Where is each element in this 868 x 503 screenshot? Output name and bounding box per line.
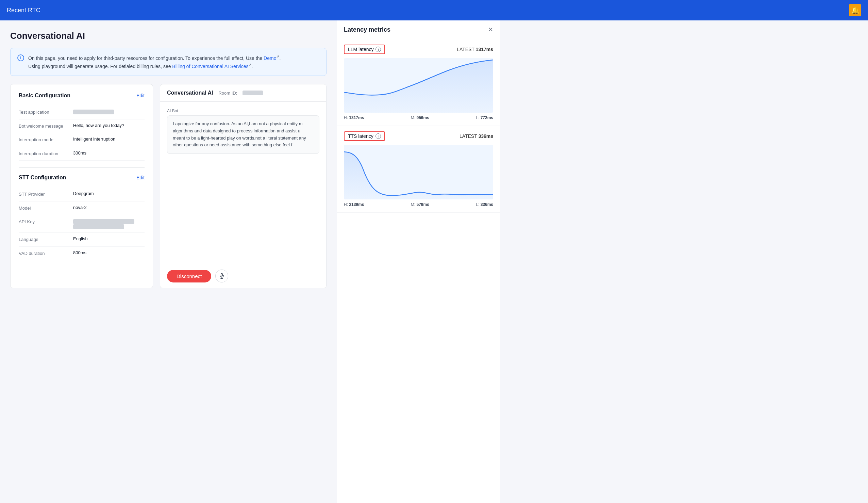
- llm-latest: LATEST 1317ms: [457, 47, 493, 52]
- value-api-key: [73, 219, 145, 229]
- llm-chart: [344, 58, 493, 113]
- llm-m-value: 956ms: [416, 115, 429, 120]
- llm-metric-section: LLM latency i LATEST 1317ms: [337, 39, 500, 126]
- info-icon: i: [17, 54, 24, 61]
- banner-line1-suffix: .: [279, 56, 281, 61]
- llm-chart-stats: H: 1317ms M: 956ms L: 772ms: [344, 115, 493, 120]
- left-panel: Conversational AI i On this page, you ne…: [0, 20, 337, 503]
- page-title: Conversational AI: [10, 31, 327, 41]
- value-welcome: Hello, how are you today?: [73, 123, 145, 130]
- top-nav: Recent RTC 🔔: [0, 0, 868, 20]
- config-row-test-app: Test application: [19, 105, 145, 119]
- llm-h-value: 1317ms: [349, 115, 364, 120]
- svg-rect-0: [221, 274, 223, 276]
- room-id-value: [242, 91, 263, 95]
- value-test-app: [73, 109, 145, 116]
- banner-line2-suffix: .: [251, 64, 253, 69]
- blurred-api-key-1: [73, 219, 134, 224]
- tts-info-icon[interactable]: i: [375, 133, 381, 139]
- value-interruption-duration: 300ms: [73, 150, 145, 157]
- tts-m-value: 579ms: [416, 202, 429, 207]
- blurred-api-key-2: [73, 224, 124, 229]
- nav-right: 🔔: [849, 4, 861, 16]
- chat-footer: Disconnect: [160, 264, 326, 288]
- tts-chart-stats: H: 2139ms M: 579ms L: 336ms: [344, 202, 493, 207]
- banner-line1-prefix: On this page, you need to apply for thir…: [28, 56, 264, 61]
- room-id-label: Room ID:: [218, 91, 237, 95]
- label-interruption-duration: Interruption duration: [19, 150, 66, 157]
- value-model: nova-2: [73, 205, 145, 212]
- tts-m-label: M:: [411, 202, 415, 207]
- tts-latest-prefix: LATEST: [459, 133, 478, 139]
- tts-l-value: 336ms: [480, 202, 493, 207]
- label-vad: VAD duration: [19, 250, 66, 257]
- config-row-interruption-mode: Interruption mode Intelligent interrupti…: [19, 133, 145, 147]
- llm-h-stat: H: 1317ms: [344, 115, 364, 120]
- tts-metric-header: TTS latency i LATEST 336ms: [344, 131, 493, 141]
- info-banner: i On this page, you need to apply for th…: [10, 48, 327, 76]
- latency-header: Latency metrics ✕: [337, 20, 500, 39]
- tts-m-stat: M: 579ms: [411, 202, 429, 207]
- label-language: Language: [19, 236, 66, 243]
- tts-latest: LATEST 336ms: [459, 133, 493, 139]
- value-language: English: [73, 236, 145, 243]
- llm-m-label: M:: [411, 115, 415, 120]
- blurred-test-app: [73, 110, 114, 114]
- config-row-stt-provider: STT Provider Deepgram: [19, 188, 145, 201]
- basic-config-title: Basic Configuration: [19, 93, 70, 99]
- label-model: Model: [19, 205, 66, 212]
- demo-link[interactable]: Demo: [264, 56, 276, 61]
- section-divider: [19, 168, 145, 168]
- chat-title: Conversational AI: [167, 90, 213, 96]
- basic-config-header: Basic Configuration Edit: [19, 93, 145, 99]
- tts-h-label: H:: [344, 202, 348, 207]
- bot-message-container: AI Bot I apologize for any confusion. As…: [167, 109, 319, 154]
- llm-latest-value: 1317ms: [476, 47, 493, 52]
- tts-label-box: TTS latency i: [344, 131, 385, 141]
- chat-body: AI Bot I apologize for any confusion. As…: [160, 102, 326, 264]
- llm-h-label: H:: [344, 115, 348, 120]
- label-welcome: Bot welcome message: [19, 123, 66, 130]
- stt-config-header: STT Configuration Edit: [19, 174, 145, 181]
- stt-config-edit[interactable]: Edit: [136, 175, 145, 180]
- chat-panel: Conversational AI Room ID: AI Bot I apol…: [160, 84, 327, 288]
- disconnect-button[interactable]: Disconnect: [167, 270, 211, 282]
- latency-panel: Latency metrics ✕ LLM latency i LATEST 1…: [337, 20, 500, 503]
- basic-config-edit[interactable]: Edit: [136, 93, 145, 98]
- mic-icon: [219, 273, 225, 279]
- main-content: Conversational AI i On this page, you ne…: [0, 20, 868, 503]
- bot-message: I apologize for any confusion. As an AI,…: [167, 115, 319, 154]
- tts-chart: [344, 145, 493, 199]
- config-row-model: Model nova-2: [19, 201, 145, 215]
- bot-label: AI Bot: [167, 109, 319, 113]
- config-row-vad: VAD duration 800ms: [19, 247, 145, 260]
- llm-l-stat: L: 772ms: [476, 115, 493, 120]
- microphone-button[interactable]: [215, 270, 228, 282]
- llm-label-box: LLM latency i: [344, 44, 385, 54]
- close-latency-button[interactable]: ✕: [488, 26, 493, 33]
- llm-latest-prefix: LATEST: [457, 47, 476, 52]
- llm-l-value: 772ms: [480, 115, 493, 120]
- tts-metric-section: TTS latency i LATEST 336ms: [337, 126, 500, 213]
- chat-header: Conversational AI Room ID:: [160, 84, 326, 102]
- tts-latest-value: 336ms: [478, 133, 493, 139]
- llm-m-stat: M: 956ms: [411, 115, 429, 120]
- value-stt-provider: Deepgram: [73, 191, 145, 198]
- stt-config-title: STT Configuration: [19, 174, 66, 181]
- tts-h-value: 2139ms: [349, 202, 364, 207]
- label-stt-provider: STT Provider: [19, 191, 66, 198]
- tts-l-stat: L: 336ms: [476, 202, 493, 207]
- info-text: On this page, you need to apply for thir…: [28, 54, 281, 70]
- tts-label: TTS latency: [348, 133, 373, 139]
- billing-link[interactable]: Billing of Conversational AI Services: [172, 64, 248, 69]
- label-test-app: Test application: [19, 109, 66, 116]
- llm-info-icon[interactable]: i: [375, 47, 381, 52]
- two-col-layout: Basic Configuration Edit Test applicatio…: [10, 84, 327, 288]
- user-avatar-icon: 🔔: [849, 4, 861, 16]
- label-interruption-mode: Interruption mode: [19, 137, 66, 143]
- llm-l-label: L:: [476, 115, 479, 120]
- tts-h-stat: H: 2139ms: [344, 202, 364, 207]
- value-vad: 800ms: [73, 250, 145, 257]
- banner-line2-prefix: Using playground will generate usage. Fo…: [28, 64, 172, 69]
- label-api-key: API Key: [19, 219, 66, 229]
